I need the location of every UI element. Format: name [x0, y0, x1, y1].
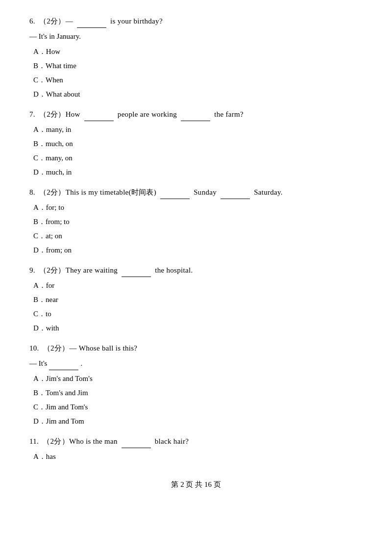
q7-optB: B．much, on [33, 137, 363, 151]
q7-optC: C．many, on [33, 151, 363, 165]
q7-blank2 [181, 121, 210, 121]
q7-blank1 [84, 121, 114, 121]
page-footer: 第 2 页 共 16 页 [29, 478, 363, 491]
q6-answer: — It's in January. [29, 30, 363, 43]
q6-optB: B．What time [33, 59, 363, 73]
q11-optA: A．has [33, 450, 363, 463]
question-6-text: 6. （2分）— is your birthday? [29, 15, 363, 28]
q9-number: 9. [29, 266, 37, 274]
q6-number: 6. [29, 17, 37, 25]
q9-optC: C．to [33, 307, 363, 321]
q8-after: Saturday. [254, 188, 283, 196]
question-7-text: 7. （2分）How people are working the farm? [29, 108, 363, 121]
question-6: 6. （2分）— is your birthday? — It's in Jan… [29, 15, 363, 101]
q11-score: （2分）Who is the man [43, 437, 117, 445]
q10-answer: — It's. [29, 357, 363, 370]
q6-blank [77, 27, 106, 28]
question-7: 7. （2分）How people are working the farm? … [29, 108, 363, 179]
q10-optD: D．Jim and Tom [33, 415, 363, 428]
q7-mid: people are working [118, 110, 177, 118]
q8-optC: C．at; on [33, 229, 363, 243]
q8-score: （2分）This is my timetable(时间表) [39, 188, 156, 196]
q8-blank2 [220, 199, 250, 199]
question-11-text: 11. （2分）Who is the man black hair? [29, 435, 363, 448]
q8-blank1 [160, 199, 190, 199]
q9-blank [122, 277, 151, 277]
question-8: 8. （2分）This is my timetable(时间表) Sunday … [29, 186, 363, 257]
question-11: 11. （2分）Who is the man black hair? A．has [29, 435, 363, 463]
q9-score: （2分）They are waiting [39, 266, 118, 274]
q7-after: the farm? [214, 110, 244, 118]
q10-blank [49, 370, 78, 370]
q7-number: 7. [29, 110, 37, 118]
question-8-text: 8. （2分）This is my timetable(时间表) Sunday … [29, 186, 363, 199]
q8-optD: D．from; on [33, 244, 363, 257]
q7-optD: D．much, in [33, 166, 363, 179]
q6-score: （2分）— [39, 17, 73, 25]
q8-optB: B．from; to [33, 215, 363, 228]
q6-optA: A．How [33, 45, 363, 58]
q8-mid: Sunday [194, 188, 217, 196]
q9-optB: B．near [33, 293, 363, 306]
q8-optA: A．for; to [33, 201, 363, 214]
question-9: 9. （2分）They are waiting the hospital. A．… [29, 264, 363, 335]
q6-optD: D．What about [33, 88, 363, 101]
q8-number: 8. [29, 188, 37, 196]
q7-score: （2分）How [39, 110, 80, 118]
q10-number: 10. [29, 344, 41, 352]
q11-blank [122, 448, 151, 448]
q6-after: is your birthday? [110, 17, 163, 25]
q9-optA: A．for [33, 279, 363, 292]
q10-optB: B．Tom's and Jim [33, 386, 363, 400]
q11-number: 11. [29, 437, 41, 445]
q10-optA: A．Jim's and Tom's [33, 372, 363, 385]
q10-optC: C．Jim and Tom's [33, 401, 363, 414]
q7-optA: A．many, in [33, 123, 363, 136]
q10-score: （2分）— Whose ball is this? [43, 344, 137, 352]
footer-text: 第 2 页 共 16 页 [171, 480, 220, 488]
q11-after: black hair? [155, 437, 189, 445]
q6-optC: C．When [33, 74, 363, 87]
question-10: 10. （2分）— Whose ball is this? — It's. A．… [29, 342, 363, 428]
q9-optD: D．with [33, 322, 363, 335]
question-9-text: 9. （2分）They are waiting the hospital. [29, 264, 363, 277]
question-10-text: 10. （2分）— Whose ball is this? [29, 342, 363, 355]
q9-after: the hospital. [155, 266, 193, 274]
